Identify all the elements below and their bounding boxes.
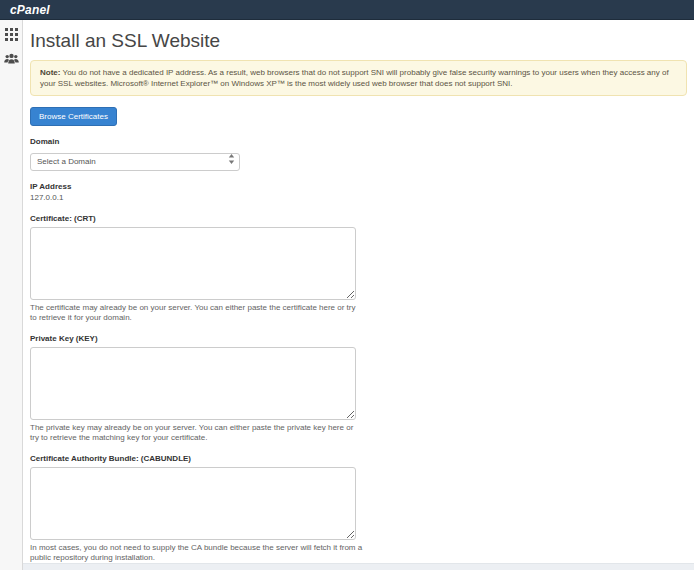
ca-bundle-label: Certificate Authority Bundle: (CABUNDLE) — [30, 454, 688, 463]
domain-select-wrap: Select a Domain — [30, 150, 240, 171]
footer-strip — [23, 563, 694, 570]
domain-label: Domain — [30, 137, 688, 146]
page-layout: Install an SSL Website Note: You do not … — [0, 20, 694, 570]
notice-label: Note: — [40, 68, 60, 77]
ca-bundle-textarea[interactable] — [30, 467, 356, 540]
apps-grid-icon — [5, 28, 18, 41]
sidebar-item-user-manager[interactable] — [4, 52, 19, 66]
ip-address-label: IP Address — [30, 182, 688, 191]
notice-box: Note: You do not have a dedicated IP add… — [30, 60, 687, 96]
browse-certificates-button[interactable]: Browse Certificates — [30, 107, 117, 126]
certificate-crt-label: Certificate: (CRT) — [30, 214, 688, 223]
page-title: Install an SSL Website — [30, 30, 688, 52]
ca-bundle-help: In most cases, you do not need to supply… — [30, 543, 364, 563]
certificate-crt-textarea[interactable] — [30, 227, 356, 300]
sidebar-item-apps[interactable] — [4, 27, 19, 41]
user-groups-icon — [4, 53, 19, 65]
private-key-label: Private Key (KEY) — [30, 334, 688, 343]
main-content: Install an SSL Website Note: You do not … — [23, 20, 694, 570]
private-key-textarea[interactable] — [30, 347, 356, 420]
cpanel-logo[interactable]: cPanel — [10, 3, 50, 17]
certificate-crt-help: The certificate may already be on your s… — [30, 303, 364, 323]
ip-address-value: 127.0.0.1 — [30, 193, 688, 203]
private-key-help: The private key may already be on your s… — [30, 423, 364, 443]
notice-text: You do not have a dedicated IP address. … — [40, 68, 669, 88]
sidebar — [0, 20, 23, 570]
domain-select[interactable]: Select a Domain — [30, 153, 240, 171]
top-nav-bar: cPanel — [0, 0, 694, 20]
